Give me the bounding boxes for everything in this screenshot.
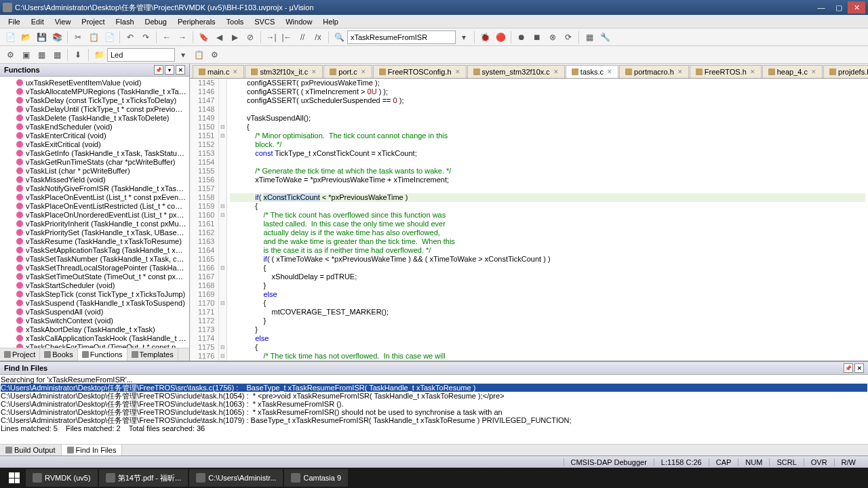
- menu-project[interactable]: Project: [76, 16, 110, 27]
- tab-close-icon[interactable]: ✕: [553, 68, 559, 75]
- panel-tab-functions[interactable]: Functions: [78, 348, 127, 361]
- nav-back-button[interactable]: ←: [159, 30, 174, 45]
- function-item[interactable]: vTaskSetThreadLocalStoragePointer (TaskH…: [0, 263, 189, 272]
- function-item[interactable]: xTaskAbortDelay (TaskHandle_t xTask): [0, 325, 189, 333]
- function-item[interactable]: vTaskSetTimeOutState (TimeOut_t * const …: [0, 272, 189, 281]
- editor-tab[interactable]: projdefs.h✕: [823, 65, 868, 78]
- menu-tools[interactable]: Tools: [221, 16, 250, 27]
- manage-button[interactable]: 📋: [191, 47, 206, 62]
- bookmark-next-button[interactable]: ▶: [227, 30, 242, 45]
- menu-window[interactable]: Window: [280, 16, 317, 27]
- code-editor[interactable]: 1145114611471148114911501151115211531154…: [190, 79, 868, 361]
- tab-close-icon[interactable]: ✕: [311, 68, 317, 75]
- editor-tab[interactable]: portmacro.h✕: [619, 65, 689, 78]
- function-item[interactable]: vTaskPlaceOnUnorderedEventList (List_t *…: [0, 210, 189, 219]
- download-button[interactable]: ⬇: [71, 47, 85, 62]
- open-button[interactable]: 📂: [18, 30, 33, 45]
- tools-button[interactable]: 🔧: [597, 30, 612, 45]
- minimize-button[interactable]: —: [812, 1, 830, 14]
- taskbar-item[interactable]: C:\Users\Administr...: [189, 469, 283, 487]
- function-item[interactable]: vTaskMissedYield (void): [0, 175, 189, 184]
- panel-tab-project[interactable]: Project: [0, 348, 40, 361]
- panel-pin-button[interactable]: 📌: [154, 65, 163, 75]
- comment-button[interactable]: //: [295, 30, 310, 45]
- function-item[interactable]: vTaskSetApplicationTaskTag (TaskHandle_t…: [0, 245, 189, 254]
- editor-tab[interactable]: FreeRTOS.h✕: [690, 65, 762, 78]
- find-results[interactable]: Searching for 'xTaskResumeFromISR'...C:\…: [0, 375, 868, 444]
- function-item[interactable]: xTaskCheckForTimeOut (TimeOut_t * const …: [0, 342, 189, 348]
- save-all-button[interactable]: 📚: [50, 30, 64, 45]
- target-dropdown[interactable]: ▾: [176, 47, 191, 62]
- menu-debug[interactable]: Debug: [140, 16, 172, 27]
- find-next-button[interactable]: ▾: [456, 30, 471, 45]
- panel-menu-button[interactable]: ▾: [165, 65, 174, 75]
- undo-button[interactable]: ↶: [123, 30, 138, 45]
- paste-button[interactable]: 📄: [102, 30, 117, 45]
- rebuild-button[interactable]: ▦: [34, 47, 49, 62]
- tab-close-icon[interactable]: ✕: [455, 68, 460, 75]
- function-item[interactable]: vTaskStepTick (const TickType_t xTicksTo…: [0, 289, 189, 298]
- uncomment-button[interactable]: /x: [311, 30, 326, 45]
- fold-column[interactable]: ⊟⊟⊟⊟⊟⊟⊟⊟: [219, 79, 227, 361]
- editor-tab[interactable]: heap_4.c✕: [762, 65, 823, 78]
- target-select[interactable]: [107, 48, 175, 62]
- find-pin-button[interactable]: 📌: [844, 363, 853, 373]
- function-item[interactable]: vTaskPrioritySet (TaskHandle_t xTask, UB…: [0, 228, 189, 237]
- tab-close-icon[interactable]: ✕: [811, 68, 816, 75]
- indent-button[interactable]: →|: [264, 30, 279, 45]
- new-button[interactable]: 📄: [3, 30, 18, 45]
- maximize-button[interactable]: ▢: [830, 1, 848, 14]
- menu-file[interactable]: File: [3, 16, 26, 27]
- function-item[interactable]: vTaskDelay (const TickType_t xTicksToDel…: [0, 96, 189, 104]
- tab-close-icon[interactable]: ✕: [361, 68, 366, 75]
- stop-button[interactable]: ⏹: [530, 30, 545, 45]
- function-item[interactable]: vTaskDelayUntil (TickType_t * const pxPr…: [0, 104, 189, 113]
- bookmark-button[interactable]: 🔖: [196, 30, 211, 45]
- editor-tab[interactable]: FreeRTOSConfig.h✕: [373, 65, 467, 78]
- function-item[interactable]: vTaskSwitchContext (void): [0, 316, 189, 325]
- close-button[interactable]: ✕: [848, 1, 865, 14]
- tab-close-icon[interactable]: ✕: [607, 68, 612, 75]
- editor-tab[interactable]: port.c✕: [323, 65, 372, 78]
- taskbar-item[interactable]: Camtasia 9: [284, 469, 348, 487]
- function-item[interactable]: vTaskList (char * pcWriteBuffer): [0, 166, 189, 175]
- function-item[interactable]: vTaskSuspend (TaskHandle_t xTaskToSuspen…: [0, 298, 189, 307]
- redo-button[interactable]: ↷: [138, 30, 153, 45]
- output-tab-find-in-files[interactable]: Find In Files: [62, 445, 123, 455]
- function-item[interactable]: vTaskDelete (TaskHandle_t xTaskToDelete): [0, 113, 189, 122]
- start-button[interactable]: [3, 468, 26, 488]
- find-result-line[interactable]: Searching for 'xTaskResumeFromISR'...: [1, 375, 867, 384]
- tab-close-icon[interactable]: ✕: [233, 68, 238, 75]
- build-button[interactable]: ▣: [18, 47, 33, 62]
- function-item[interactable]: vTaskExitCritical (void): [0, 140, 189, 148]
- search-input[interactable]: [347, 30, 456, 44]
- code-content[interactable]: configASSERT( pxPreviousWakeTime ); conf…: [227, 79, 868, 361]
- function-item[interactable]: vTaskPriorityInherit (TaskHandle_t const…: [0, 219, 189, 228]
- menu-flash[interactable]: Flash: [111, 16, 140, 27]
- function-item[interactable]: vTaskSuspendAll (void): [0, 307, 189, 316]
- bookmark-prev-button[interactable]: ◀: [212, 30, 226, 45]
- editor-tab[interactable]: main.c✕: [193, 65, 244, 78]
- function-item[interactable]: uxTaskResetEventItemValue (void): [0, 78, 189, 87]
- find-result-line[interactable]: Lines matched: 5 Files matched: 2 Total …: [1, 424, 867, 432]
- nav-forward-button[interactable]: →: [175, 30, 190, 45]
- menu-svcs[interactable]: SVCS: [249, 16, 280, 27]
- function-item[interactable]: vTaskNotifyGiveFromISR (TaskHandle_t xTa…: [0, 184, 189, 192]
- cut-button[interactable]: ✂: [71, 30, 85, 45]
- panel-tab-templates[interactable]: Templates: [127, 348, 178, 361]
- function-item[interactable]: vTaskEnterCritical (void): [0, 131, 189, 140]
- menu-view[interactable]: View: [50, 16, 77, 27]
- bookmark-clear-button[interactable]: ⊘: [243, 30, 258, 45]
- editor-tab[interactable]: tasks.c✕: [566, 65, 618, 78]
- find-button[interactable]: 🔍: [332, 30, 347, 45]
- taskbar-item[interactable]: RVMDK (uv5): [26, 469, 98, 487]
- window-button[interactable]: ▦: [582, 30, 597, 45]
- batch-build-button[interactable]: ▦: [50, 47, 64, 62]
- debug-button[interactable]: 🐞: [477, 30, 492, 45]
- find-result-line[interactable]: C:\Users\Administrator\Desktop\任务管理\Free…: [1, 416, 867, 424]
- function-item[interactable]: vTaskGetInfo (TaskHandle_t xTask, TaskSt…: [0, 148, 189, 157]
- translate-button[interactable]: ⚙: [3, 47, 18, 62]
- save-button[interactable]: 💾: [34, 30, 49, 45]
- editor-tab[interactable]: system_stm32f10x.c✕: [467, 65, 565, 78]
- functions-tree[interactable]: uxTaskResetEventItemValue (void)vTaskAll…: [0, 77, 189, 348]
